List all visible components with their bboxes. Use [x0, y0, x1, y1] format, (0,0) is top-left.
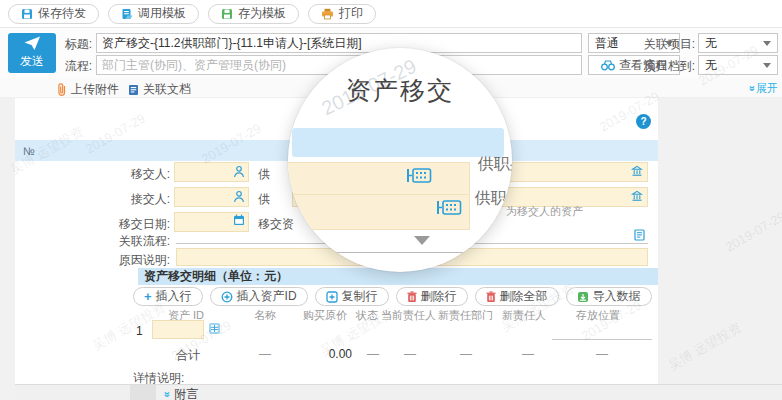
- insert-row-icon: +: [144, 290, 152, 303]
- calendar-icon[interactable]: [233, 214, 245, 226]
- caret-down-icon: [763, 63, 771, 68]
- load-template-button[interactable]: 调用模板: [108, 4, 199, 24]
- related-project-select[interactable]: 无: [698, 33, 778, 53]
- save-draft-icon: [21, 8, 33, 20]
- total-current-dash: —: [404, 347, 416, 361]
- total-name-dash: —: [259, 347, 271, 361]
- total-new-dept-dash: —: [460, 347, 472, 361]
- asset-picker-icon[interactable]: [208, 322, 221, 335]
- send-button-label: 发送: [20, 53, 44, 70]
- insert-row-label: 插入行: [156, 288, 192, 305]
- delete-row-button[interactable]: 删除行: [396, 287, 468, 306]
- reason-label: 原因说明:: [100, 252, 170, 269]
- delete-all-label: 删除全部: [500, 288, 548, 305]
- prearchive-value: 无: [705, 57, 717, 74]
- col-name: 名称: [254, 308, 276, 323]
- row-index: 1: [136, 324, 143, 338]
- person-picker-icon[interactable]: [233, 165, 245, 178]
- org-picker-icon[interactable]: [631, 165, 643, 177]
- print-button[interactable]: 打印: [308, 4, 376, 24]
- delete-all-button[interactable]: 删除全部: [475, 287, 559, 306]
- load-template-icon: [121, 8, 133, 20]
- total-label: 合计: [176, 347, 200, 364]
- delete-row-label: 删除行: [421, 288, 457, 305]
- detail-toolbar: + 插入行 插入资产ID 复制行 删除行 删除全部 导入数据: [133, 287, 652, 306]
- upload-attachment-button[interactable]: 上传附件: [57, 81, 119, 98]
- col-purchase-price: 购买原价: [303, 308, 347, 323]
- magnified-keyboard-picker-icon: [406, 167, 432, 184]
- magnified-dropdown-arrow-icon: [414, 236, 430, 245]
- expand-label: 展开: [756, 81, 778, 96]
- binoculars-icon: [601, 60, 615, 71]
- transfer-date-label: 移交日期:: [102, 216, 170, 233]
- insert-asset-id-label: 插入资产ID: [237, 288, 297, 305]
- save-template-icon: [221, 8, 233, 20]
- copy-row-label: 复制行: [342, 288, 378, 305]
- caret-down-icon: [763, 41, 771, 46]
- prearchive-select[interactable]: 无: [698, 55, 778, 75]
- delete-row-icon: [407, 291, 417, 303]
- magnified-field-1: [288, 162, 470, 196]
- insert-row-button[interactable]: + 插入行: [133, 287, 203, 306]
- paperclip-icon: [57, 83, 67, 96]
- related-flow-label: 关联流程:: [100, 233, 170, 250]
- footer-divider-block: [130, 385, 156, 400]
- col-status: 状态: [356, 308, 378, 323]
- total-new-person-dash: —: [522, 347, 534, 361]
- flow-doc-picker-icon[interactable]: [634, 229, 645, 241]
- col2-row1-label-fragment: 供: [258, 166, 292, 183]
- prearchive-label: 预归档到:: [642, 58, 695, 75]
- total-location-dash: —: [596, 347, 608, 361]
- watermark-text: 2019-07-29: [723, 208, 782, 254]
- import-data-button[interactable]: 导入数据: [566, 287, 652, 306]
- related-project-label: 关联项目:: [642, 36, 695, 53]
- serial-number-label: №: [23, 145, 35, 157]
- upload-attachment-label: 上传附件: [71, 81, 119, 98]
- insert-asset-id-icon: [221, 291, 233, 303]
- related-doc-button[interactable]: 关联文档: [128, 81, 191, 98]
- print-label: 打印: [339, 5, 363, 22]
- top-toolbar: 保存待发 调用模板 存为模板 打印: [0, 0, 782, 28]
- postscript-toggle[interactable]: « 附言: [163, 386, 198, 400]
- transfer-hint-fragment: 为移交人的资产: [506, 204, 583, 219]
- import-data-label: 导入数据: [593, 288, 641, 305]
- magnified-label-fragment-1: 供职身: [478, 154, 512, 175]
- magnified-underline: [334, 252, 464, 253]
- help-icon[interactable]: ?: [636, 114, 651, 129]
- save-template-button[interactable]: 存为模板: [208, 4, 299, 24]
- related-project-value: 无: [705, 35, 717, 52]
- title-input[interactable]: [96, 33, 582, 53]
- save-template-label: 存为模板: [238, 5, 286, 22]
- insert-asset-id-button[interactable]: 插入资产ID: [210, 287, 308, 306]
- copy-row-icon: [326, 291, 338, 303]
- chevron-double-down-icon: «: [745, 85, 756, 91]
- load-template-label: 调用模板: [138, 5, 186, 22]
- receiver-label: 接交人:: [102, 191, 170, 208]
- chevron-double-down-icon: «: [161, 391, 172, 397]
- org-picker-icon[interactable]: [631, 190, 643, 202]
- asset-transfer-form-screen: 吴博 远望投资 2019-07-29 2019-07-29 吴博 远望投资 20…: [0, 0, 782, 400]
- asset-id-input[interactable]: [152, 320, 204, 339]
- col-current-owner: 当前责任人: [381, 308, 436, 323]
- watermark-text: 吴博 远望投资: [665, 319, 745, 375]
- col-location: 存放位置: [576, 308, 620, 323]
- flow-field-label: 流程:: [58, 58, 92, 75]
- paper-plane-icon: [24, 36, 41, 51]
- col-new-dept: 新责任部门: [438, 308, 493, 323]
- magnifier-overlay: 2019-07-29 资产移交 供职身 供职: [288, 48, 512, 272]
- related-doc-label: 关联文档: [143, 81, 191, 98]
- delete-all-icon: [486, 291, 496, 303]
- copy-row-button[interactable]: 复制行: [315, 287, 389, 306]
- col-new-owner: 新责任人: [502, 308, 546, 323]
- priority-value: 普通: [595, 35, 619, 52]
- postscript-label: 附言: [174, 386, 198, 400]
- total-status-dash: —: [367, 347, 379, 361]
- expand-button[interactable]: « 展开: [748, 81, 778, 96]
- save-draft-button[interactable]: 保存待发: [8, 4, 99, 24]
- import-data-icon: [577, 291, 589, 303]
- send-button[interactable]: 发送: [8, 33, 56, 73]
- magnified-serial-bar: [292, 128, 504, 157]
- total-price: 0.00: [326, 347, 352, 361]
- person-picker-icon[interactable]: [233, 190, 245, 203]
- location-input[interactable]: [552, 326, 652, 340]
